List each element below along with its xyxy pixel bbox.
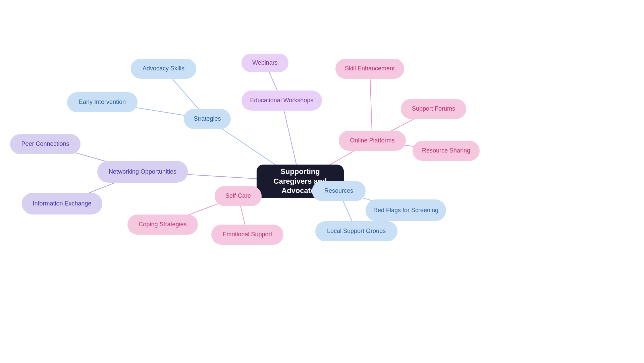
svg-line-10 <box>370 69 373 141</box>
node-peer-connections[interactable]: Peer Connections <box>10 134 80 154</box>
node-educational-workshops[interactable]: Educational Workshops <box>241 90 322 111</box>
node-early-intervention[interactable]: Early Intervention <box>67 92 138 112</box>
node-emotional-support[interactable]: Emotional Support <box>211 225 283 245</box>
node-local-support-groups[interactable]: Local Support Groups <box>315 221 397 241</box>
node-resource-sharing[interactable]: Resource Sharing <box>413 141 480 161</box>
node-advocacy-skills[interactable]: Advocacy Skills <box>131 59 196 79</box>
node-networking-opportunities[interactable]: Networking Opportunities <box>97 161 188 183</box>
node-self-care[interactable]: Self-Care <box>215 186 262 206</box>
node-strategies[interactable]: Strategies <box>184 109 231 129</box>
node-red-flags-for-screening[interactable]: Red Flags for Screening <box>366 199 446 221</box>
node-online-platforms[interactable]: Online Platforms <box>339 131 406 151</box>
node-resources[interactable]: Resources <box>312 181 366 201</box>
node-support-forums[interactable]: Support Forums <box>401 99 466 119</box>
node-coping-strategies[interactable]: Coping Strategies <box>127 215 198 235</box>
node-webinars[interactable]: Webinars <box>241 54 288 72</box>
node-skill-enhancement[interactable]: Skill Enhancement <box>335 59 404 79</box>
node-information-exchange[interactable]: Information Exchange <box>22 193 102 215</box>
